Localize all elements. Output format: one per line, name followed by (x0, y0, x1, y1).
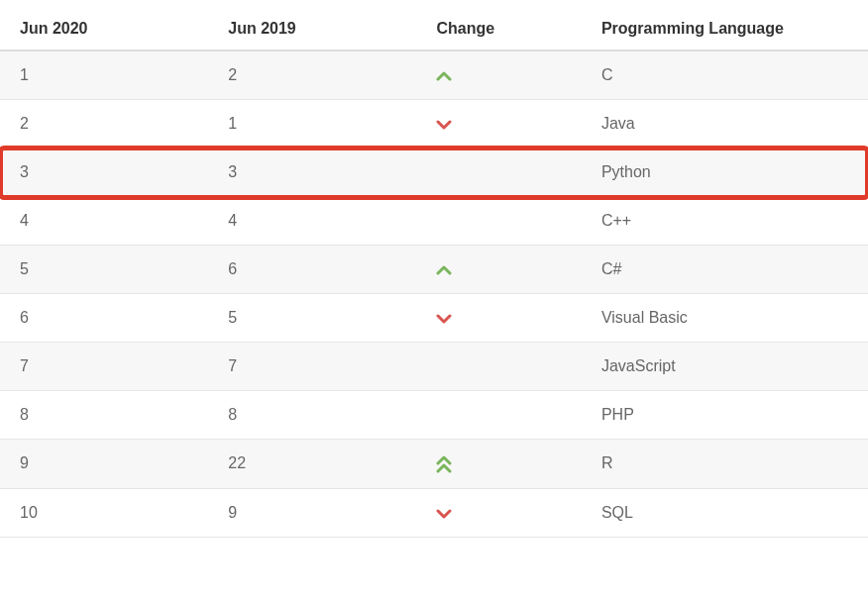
cell-jun2020: 1 (0, 50, 208, 100)
chevron-down-icon (436, 508, 452, 520)
table-row: 56C# (0, 246, 868, 294)
cell-jun2019: 2 (208, 50, 416, 100)
cell-jun2020: 6 (0, 294, 208, 343)
cell-jun2020: 10 (0, 488, 208, 537)
cell-change (416, 50, 581, 100)
cell-change (416, 488, 581, 537)
cell-jun2020: 2 (0, 100, 208, 149)
chevron-up-icon (436, 264, 452, 276)
table-row: 65Visual Basic (0, 294, 868, 343)
chevron-down-icon (436, 119, 452, 131)
table-row: 922R (0, 440, 868, 489)
cell-change (416, 197, 581, 246)
cell-jun2019: 8 (208, 391, 416, 440)
header-language: Programming Language (582, 8, 868, 50)
cell-change (416, 440, 581, 489)
cell-change (416, 391, 581, 440)
cell-jun2019: 22 (208, 440, 416, 489)
chevron-up-icon (436, 70, 452, 82)
table-row: 109SQL (0, 488, 868, 537)
cell-jun2020: 3 (0, 149, 208, 197)
table-row: 33Python (0, 149, 868, 197)
table-row: 44C++ (0, 197, 868, 246)
cell-jun2019: 4 (208, 197, 416, 246)
cell-jun2020: 4 (0, 197, 208, 246)
cell-jun2020: 5 (0, 246, 208, 294)
cell-language: SQL (582, 488, 868, 537)
cell-jun2019: 5 (208, 294, 416, 343)
double-chevron-up-icon (436, 455, 452, 473)
cell-jun2019: 3 (208, 149, 416, 197)
cell-change (416, 149, 581, 197)
cell-language: R (582, 440, 868, 489)
header-change: Change (416, 8, 581, 50)
chevron-down-icon (436, 313, 452, 325)
table-row: 77JavaScript (0, 343, 868, 391)
cell-jun2020: 7 (0, 343, 208, 391)
cell-jun2019: 9 (208, 488, 416, 537)
ranking-table: Jun 2020 Jun 2019 Change Programming Lan… (0, 8, 868, 538)
table-row: 21Java (0, 100, 868, 149)
cell-change (416, 100, 581, 149)
table-row: 12C (0, 50, 868, 100)
cell-language: Python (582, 149, 868, 197)
cell-jun2020: 9 (0, 440, 208, 489)
table-header-row: Jun 2020 Jun 2019 Change Programming Lan… (0, 8, 868, 50)
cell-language: C# (582, 246, 868, 294)
cell-language: Java (582, 100, 868, 149)
cell-change (416, 246, 581, 294)
cell-jun2019: 7 (208, 343, 416, 391)
cell-jun2019: 1 (208, 100, 416, 149)
cell-language: C++ (582, 197, 868, 246)
header-jun2019: Jun 2019 (208, 8, 416, 50)
cell-jun2019: 6 (208, 246, 416, 294)
cell-language: C (582, 50, 868, 100)
cell-change (416, 294, 581, 343)
cell-language: PHP (582, 391, 868, 440)
cell-language: Visual Basic (582, 294, 868, 343)
cell-language: JavaScript (582, 343, 868, 391)
table-row: 88PHP (0, 391, 868, 440)
cell-change (416, 343, 581, 391)
header-jun2020: Jun 2020 (0, 8, 208, 50)
cell-jun2020: 8 (0, 391, 208, 440)
